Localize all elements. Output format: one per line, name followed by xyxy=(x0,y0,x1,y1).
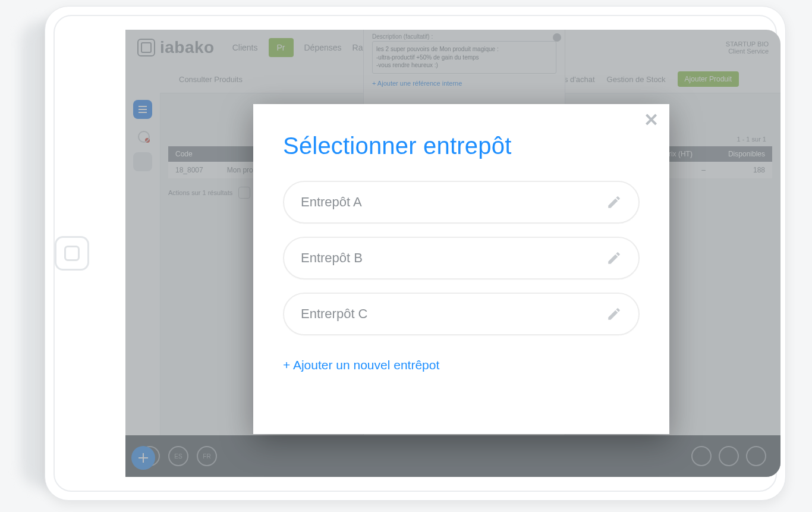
close-icon[interactable]: ✕ xyxy=(644,111,659,129)
tablet-screen: iabako Clients Pr Dépenses Rapports STAR… xyxy=(125,30,780,477)
tablet-device: iabako Clients Pr Dépenses Rapports STAR… xyxy=(45,6,786,501)
warehouse-name: Entrerpôt C xyxy=(301,306,368,322)
select-warehouse-modal: ✕ Sélectionner entrepôt Entrepôt A Entre… xyxy=(253,104,669,434)
warehouse-list: Entrepôt A Entrepôt B Entrerpôt C xyxy=(253,181,669,335)
warehouse-option-a[interactable]: Entrepôt A xyxy=(283,181,640,224)
warehouse-option-c[interactable]: Entrerpôt C xyxy=(283,293,640,335)
edit-icon[interactable] xyxy=(606,250,622,266)
warehouse-name: Entrepôt B xyxy=(301,250,363,266)
warehouse-name: Entrepôt A xyxy=(301,194,362,210)
add-new-warehouse-link[interactable]: + Ajouter un nouvel entrêpot xyxy=(283,358,669,372)
tablet-home-button[interactable] xyxy=(55,236,89,271)
modal-title: Sélectionner entrepôt xyxy=(283,133,669,159)
warehouse-option-b[interactable]: Entrepôt B xyxy=(283,237,640,279)
edit-icon[interactable] xyxy=(606,306,622,322)
edit-icon[interactable] xyxy=(606,194,622,210)
